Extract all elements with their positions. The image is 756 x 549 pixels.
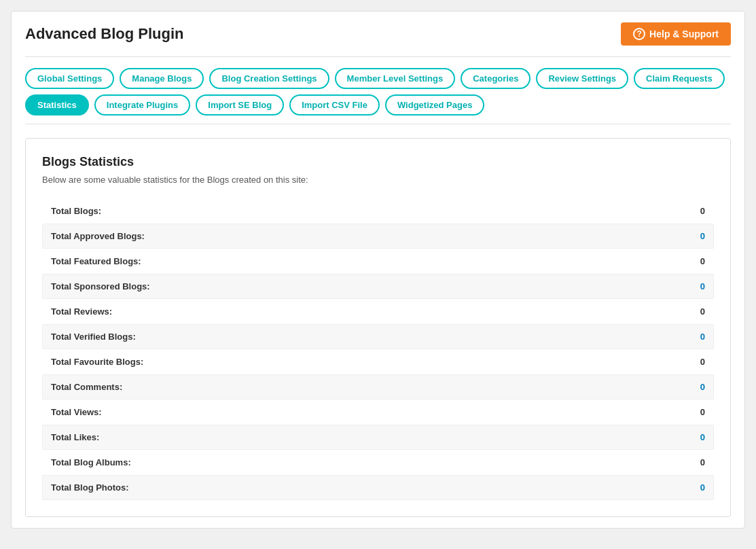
help-support-button[interactable]: ? Help & Support <box>621 22 731 46</box>
stats-label: Total Reviews: <box>51 306 112 317</box>
stats-value: 0 <box>700 357 705 367</box>
stats-label: Total Featured Blogs: <box>51 256 141 266</box>
stats-row: Total Blog Albums:0 <box>42 450 714 475</box>
stats-value: 0 <box>700 231 705 241</box>
stats-value: 0 <box>700 432 705 442</box>
stats-value: 0 <box>700 457 705 467</box>
stats-label: Total Likes: <box>51 432 99 442</box>
stats-value: 0 <box>700 382 705 392</box>
page-wrapper: Advanced Blog Plugin ? Help & Support Gl… <box>11 11 745 529</box>
stats-value: 0 <box>700 332 705 342</box>
stats-value: 0 <box>700 256 705 266</box>
stats-row: Total Reviews:0 <box>42 299 714 324</box>
nav-tab-widgetized-pages[interactable]: Widgetized Pages <box>385 94 484 116</box>
stats-list: Total Blogs:0Total Approved Blogs:0Total… <box>42 198 714 500</box>
help-support-label: Help & Support <box>649 29 719 39</box>
nav-tabs: Global SettingsManage BlogsBlog Creation… <box>25 68 731 124</box>
stats-label: Total Blogs: <box>51 206 101 216</box>
nav-tab-import-se-blog[interactable]: Import SE Blog <box>196 94 284 116</box>
nav-tab-review-settings[interactable]: Review Settings <box>536 68 628 89</box>
stats-label: Total Approved Blogs: <box>51 231 145 241</box>
stats-label: Total Comments: <box>51 382 122 392</box>
nav-tab-statistics[interactable]: Statistics <box>25 94 89 116</box>
header-separator <box>25 56 731 57</box>
stats-row: Total Verified Blogs:0 <box>42 324 714 349</box>
stats-row: Total Approved Blogs:0 <box>42 224 714 249</box>
content-area: Blogs Statistics Below are some valuable… <box>25 138 731 517</box>
stats-row: Total Blogs:0 <box>42 198 714 224</box>
section-title: Blogs Statistics <box>42 155 714 169</box>
nav-tab-global-settings[interactable]: Global Settings <box>25 68 114 89</box>
stats-value: 0 <box>700 306 705 317</box>
nav-tab-integrate-plugins[interactable]: Integrate Plugins <box>94 94 190 116</box>
stats-value: 0 <box>700 482 705 493</box>
nav-tab-import-csv-file[interactable]: Import CSV File <box>289 94 380 116</box>
nav-tab-claim-requests[interactable]: Claim Requests <box>634 68 725 89</box>
stats-row: Total Favourite Blogs:0 <box>42 349 714 374</box>
stats-row: Total Featured Blogs:0 <box>42 249 714 274</box>
stats-value: 0 <box>700 281 705 291</box>
stats-label: Total Verified Blogs: <box>51 332 136 342</box>
section-desc: Below are some valuable statistics for t… <box>42 175 714 185</box>
nav-tab-blog-creation-settings[interactable]: Blog Creation Settings <box>209 68 329 89</box>
nav-tab-manage-blogs[interactable]: Manage Blogs <box>120 68 204 89</box>
stats-label: Total Views: <box>51 407 102 417</box>
nav-tab-categories[interactable]: Categories <box>461 68 530 89</box>
nav-tab-member-level-settings[interactable]: Member Level Settings <box>335 68 456 89</box>
page-title: Advanced Blog Plugin <box>25 25 183 43</box>
stats-label: Total Blog Albums: <box>51 457 131 467</box>
stats-row: Total Views:0 <box>42 400 714 425</box>
stats-label: Total Sponsored Blogs: <box>51 281 150 291</box>
stats-value: 0 <box>700 206 705 216</box>
question-icon: ? <box>633 28 645 40</box>
stats-label: Total Blog Photos: <box>51 482 129 493</box>
stats-row: Total Sponsored Blogs:0 <box>42 274 714 299</box>
stats-row: Total Comments:0 <box>42 374 714 400</box>
stats-row: Total Blog Photos:0 <box>42 475 714 500</box>
header: Advanced Blog Plugin ? Help & Support <box>25 22 731 46</box>
stats-value: 0 <box>700 407 705 417</box>
stats-label: Total Favourite Blogs: <box>51 357 143 367</box>
stats-row: Total Likes:0 <box>42 425 714 450</box>
